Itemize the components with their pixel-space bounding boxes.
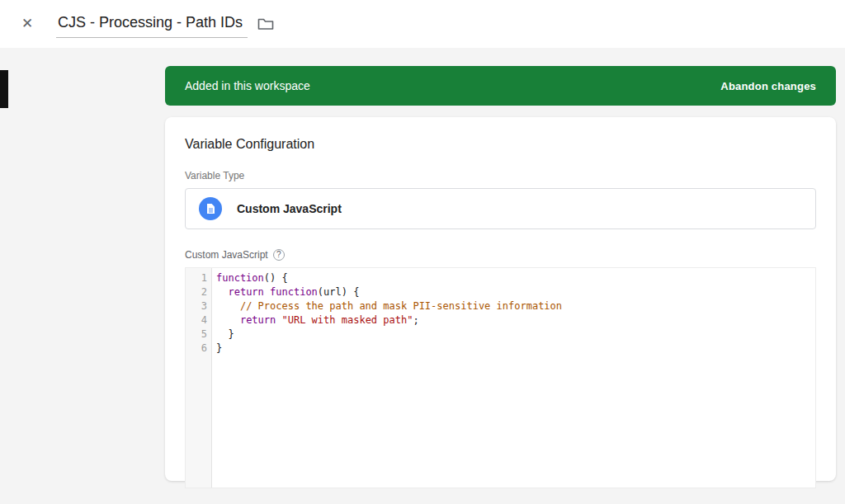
variable-type-selector[interactable]: Custom JavaScript	[185, 188, 816, 229]
variable-title-field[interactable]: CJS - Processing - Path IDs	[56, 11, 248, 38]
editor-header: ✕ CJS - Processing - Path IDs	[0, 0, 845, 48]
abandon-changes-button[interactable]: Abandon changes	[720, 80, 816, 92]
folder-icon[interactable]	[257, 17, 274, 31]
code-line: function() {	[216, 271, 562, 285]
banner-status-text: Added in this workspace	[185, 79, 310, 92]
custom-javascript-doc-icon	[199, 197, 222, 220]
code-line: }	[216, 327, 562, 341]
gtm-variable-editor: ✕ CJS - Processing - Path IDs Added in t…	[0, 0, 845, 504]
code-editor[interactable]: 123456 function() { return function(url)…	[185, 267, 816, 488]
line-number: 3	[186, 299, 207, 313]
field-label-text: Custom JavaScript	[185, 249, 268, 261]
code-content[interactable]: function() { return function(url) { // P…	[212, 268, 562, 488]
variable-configuration-card: Variable Configuration Variable Type Cus…	[165, 117, 836, 481]
code-line: return function(url) {	[216, 285, 562, 299]
card-title: Variable Configuration	[185, 137, 816, 152]
line-number: 4	[186, 313, 207, 327]
code-line: return "URL with masked path";	[216, 313, 562, 327]
workspace-banner: Added in this workspace Abandon changes	[165, 66, 836, 106]
editor-body: Added in this workspace Abandon changes …	[0, 48, 845, 504]
variable-type-value: Custom JavaScript	[237, 202, 342, 215]
variable-type-label: Variable Type	[185, 170, 816, 181]
line-number: 1	[186, 271, 207, 285]
help-icon[interactable]: ?	[273, 249, 285, 261]
variable-title[interactable]: CJS - Processing - Path IDs	[58, 14, 243, 31]
close-icon[interactable]: ✕	[17, 13, 38, 35]
custom-javascript-field-label: Custom JavaScript ?	[185, 249, 816, 261]
code-line: }	[216, 341, 562, 356]
line-number-gutter: 123456	[186, 268, 212, 488]
left-edge-bar	[0, 70, 8, 108]
code-line: // Process the path and mask PII-sensiti…	[216, 299, 562, 313]
line-number: 2	[186, 285, 207, 299]
line-number: 5	[186, 327, 207, 341]
line-number: 6	[186, 341, 207, 356]
